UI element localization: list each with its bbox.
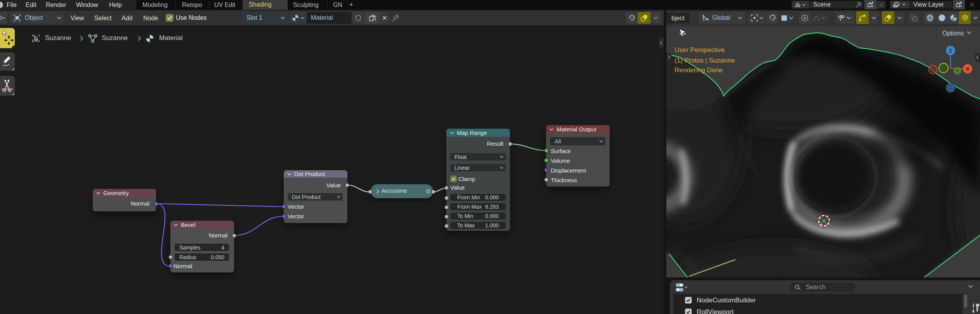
svg-text:User Perspective: User Perspective bbox=[675, 46, 725, 54]
svg-text:X: X bbox=[966, 66, 970, 72]
svg-text:Y: Y bbox=[956, 68, 959, 74]
svg-text:(1) Protos | Suzanne: (1) Protos | Suzanne bbox=[675, 57, 735, 64]
svg-text:Options: Options bbox=[942, 30, 964, 37]
svg-text:Z: Z bbox=[949, 48, 952, 54]
svg-text:Rendering Done: Rendering Done bbox=[675, 66, 723, 74]
